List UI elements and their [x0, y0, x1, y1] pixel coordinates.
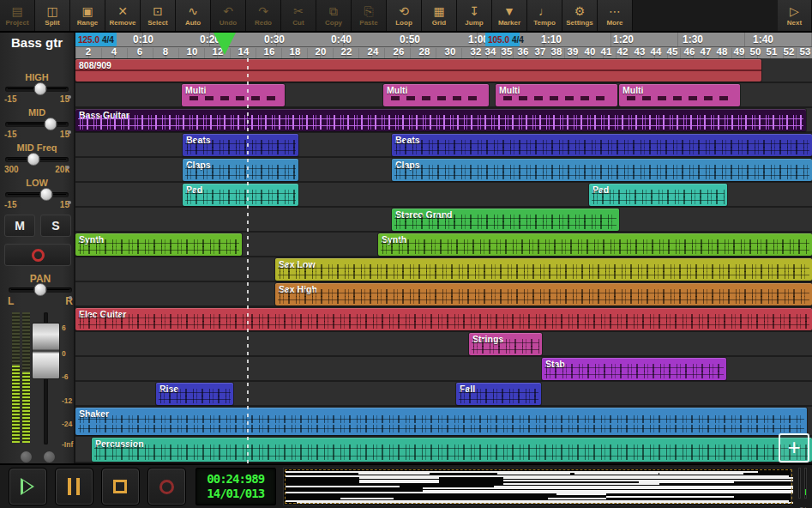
toolbar-button-settings[interactable]: ⚙Settings — [562, 0, 597, 31]
ruler-bar-45: 45 — [667, 46, 678, 57]
waveform — [544, 371, 724, 378]
midi-notes — [627, 96, 732, 100]
toolbar-button-more[interactable]: ⋯More — [598, 0, 632, 31]
clip-multi[interactable]: Multi — [496, 84, 617, 106]
clip-pad[interactable]: Pad — [589, 184, 727, 206]
clip-synth[interactable]: Synth — [75, 233, 242, 256]
clip-percussion[interactable]: Percussion — [92, 438, 812, 462]
clip-multi[interactable]: Multi — [383, 84, 489, 106]
clip-stereo-grand[interactable]: Stereo Grand — [392, 209, 619, 231]
panel-dot-button-1[interactable] — [21, 451, 32, 463]
ruler-time-0-10: 0:10 — [133, 33, 153, 45]
toolbar-button-marker[interactable]: ▼Marker — [492, 0, 526, 31]
clip-multi[interactable]: Multi — [619, 84, 740, 106]
clip-shaker[interactable]: Shaker — [75, 408, 807, 435]
play-icon — [21, 478, 34, 495]
ruler-time-0-40: 0:40 — [331, 33, 352, 45]
clip-sax-high[interactable]: Sax High — [275, 283, 812, 305]
panel-dot-button-2[interactable] — [44, 451, 55, 463]
arm-record-button[interactable] — [4, 244, 71, 266]
ruler-bar-36: 36 — [518, 46, 529, 57]
toolbar-button-auto[interactable]: ∿Auto — [176, 0, 210, 31]
toolbar-button-undo[interactable]: ↶Undo — [211, 0, 245, 31]
pan-min: L — [8, 295, 14, 305]
ruler-bar-30: 30 — [445, 46, 456, 57]
next-button[interactable]: ▷ Next — [778, 0, 811, 31]
record-ring-icon — [32, 249, 45, 262]
clip-elec-guitar[interactable]: Elec Guitar — [75, 308, 812, 330]
clip-strings[interactable]: Strings — [469, 333, 542, 355]
toolbar-button-project[interactable]: ▤Project — [0, 0, 34, 31]
toolbar-button-redo[interactable]: ↷Redo — [246, 0, 280, 31]
ruler-bar-24: 24 — [368, 46, 379, 57]
split-icon: ◫ — [46, 5, 57, 18]
clip-stab[interactable]: Stab — [542, 358, 726, 380]
pan-knob[interactable] — [34, 283, 47, 296]
eq-high-slider[interactable] — [5, 83, 69, 94]
toolbar-button-jump[interactable]: ↧Jump — [457, 0, 491, 31]
toolbar-button-select[interactable]: ⊡Select — [141, 0, 175, 31]
eq-mid-slider[interactable] — [5, 118, 69, 130]
pan-slider[interactable] — [9, 284, 72, 295]
clip-808-909[interactable]: 808/909 — [75, 59, 761, 82]
volume-fader-handle[interactable] — [32, 323, 60, 379]
clip-fall[interactable]: Fall — [456, 383, 541, 405]
toolbar-button-loop[interactable]: ⟲Loop — [387, 0, 421, 31]
ruler-time-1-10: 1:10 — [541, 33, 562, 45]
arrangement-area[interactable]: 808/909MultiMultiMultiMultiBass GuitarBe… — [75, 58, 812, 463]
tempo-marker-1[interactable]: 125.04/4 — [75, 33, 117, 46]
eq-low-track — [5, 192, 69, 197]
clip-multi[interactable]: Multi — [182, 84, 285, 106]
eq-mid-freq-slider[interactable] — [5, 154, 69, 165]
eq-high-knob[interactable] — [33, 82, 46, 95]
clip-sax-low[interactable]: Sax Low — [275, 258, 812, 281]
solo-button[interactable]: S — [40, 215, 71, 237]
ruler-bar-6: 6 — [137, 46, 142, 57]
clip-pad[interactable]: Pad — [183, 184, 298, 206]
timeline-ruler[interactable]: 0:100:200:300:400:501:001:101:201:301:40… — [75, 33, 812, 58]
pause-button[interactable] — [56, 469, 93, 505]
toolbar-button-cut[interactable]: ✂Cut — [281, 0, 316, 31]
toolbar-button-paste[interactable]: ⎘Paste — [352, 0, 386, 31]
metronome-icon: ♩ — [538, 5, 550, 18]
stop-button[interactable] — [102, 469, 139, 505]
tempo-marker-2[interactable]: 105.04/4 — [485, 33, 520, 46]
overview-viewport[interactable] — [285, 469, 792, 504]
range-icon: ▣ — [81, 5, 93, 18]
clip-rise[interactable]: Rise — [156, 383, 233, 405]
track-lane-12[interactable] — [75, 332, 812, 357]
toolbar-button-tempo[interactable]: ♩Tempo — [527, 0, 562, 31]
midi-notes — [189, 96, 277, 100]
arrangement-overview[interactable] — [283, 468, 791, 505]
mute-button[interactable]: M — [4, 215, 35, 237]
toolbar-label-auto: Auto — [185, 19, 201, 27]
ruler-time-1-40: 1:40 — [753, 33, 773, 45]
toolbar-button-remove[interactable]: ✕Remove — [105, 0, 140, 31]
record-icon — [159, 480, 174, 494]
eq-mid-knob[interactable] — [45, 118, 57, 130]
record-button[interactable] — [148, 469, 185, 505]
eq-mid-freq-knob[interactable] — [27, 153, 40, 166]
toolbar-button-copy[interactable]: ⧉Copy — [316, 0, 351, 31]
toolbar-button-grid[interactable]: ▦Grid — [422, 0, 456, 31]
clip-beats[interactable]: Beats — [183, 134, 298, 156]
toolbar-button-split[interactable]: ◫Split — [35, 0, 69, 31]
playback-marker-icon[interactable] — [214, 33, 236, 55]
eq-low-knob[interactable] — [40, 188, 53, 201]
eq-low-slider[interactable] — [5, 189, 69, 200]
clip-bass-guitar[interactable]: Bass Guitar — [75, 109, 806, 131]
time-signature: 4/4 — [512, 35, 524, 45]
play-button[interactable] — [9, 469, 46, 505]
eq-high: HIGH-1515 — [3, 72, 70, 106]
clip-claps[interactable]: Claps — [392, 159, 812, 181]
eq-mid: MID-1515 — [3, 107, 70, 142]
toolbar-button-range[interactable]: ▣Range — [70, 0, 105, 31]
clip-beats[interactable]: Beats — [392, 134, 812, 156]
add-track-button[interactable]: + — [779, 433, 809, 463]
clip-claps[interactable]: Claps — [183, 159, 298, 181]
toolbar-label-paste: Paste — [359, 19, 377, 27]
toolbar-label-split: Split — [45, 19, 59, 27]
gear-icon: ⚙ — [574, 5, 586, 18]
midi-notes — [503, 96, 610, 100]
clip-synth[interactable]: Synth — [378, 233, 812, 256]
